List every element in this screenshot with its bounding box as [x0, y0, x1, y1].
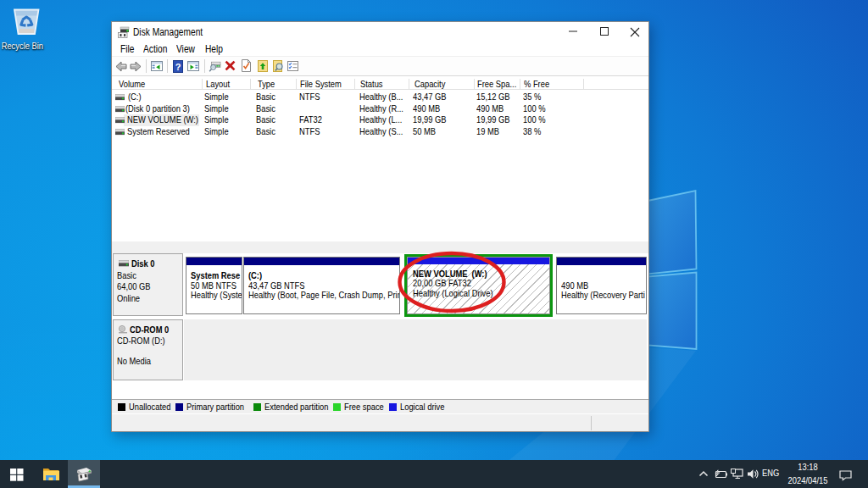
svg-text:?: ?: [175, 62, 181, 72]
